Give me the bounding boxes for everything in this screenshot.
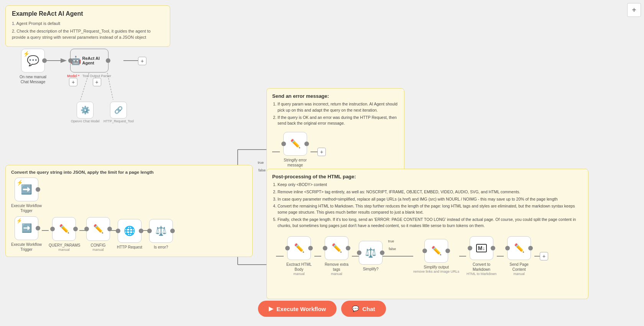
extract-html-box[interactable]: ✏️ — [287, 236, 311, 260]
qp-sublabel: manual — [58, 248, 70, 252]
bottom-buttons-bar: ▶ Execute Workflow 💬 Chat — [0, 301, 644, 317]
node-openai-chat-model: ⚙️ OpenAI Chat Model — [71, 102, 100, 123]
execute-workflow-button[interactable]: ▶ Execute Workflow — [258, 301, 337, 317]
inner-execute-right-connector — [36, 226, 40, 231]
pencil6-icon: ✏️ — [431, 246, 442, 256]
convert-left-connector — [468, 246, 472, 250]
workflow-title: Example ReAct AI Agent — [12, 10, 164, 17]
send-page-box[interactable]: ✏️ — [507, 236, 531, 260]
pencil7-icon: ✏️ — [514, 243, 524, 253]
agent-label-inner: ReAct AI Agent — [82, 56, 108, 65]
tool-output-plus-btn[interactable]: + — [93, 78, 101, 86]
remove-left-connector — [323, 246, 327, 250]
extract-html-label: Exctract HTML Body — [284, 262, 314, 272]
pp-line-6 — [497, 256, 504, 257]
config-sublabel: manual — [92, 248, 104, 252]
node-http-request-tool: 🔗 HTTP_Request_Tool — [104, 102, 134, 123]
send-page-sublabel: manual — [513, 272, 525, 276]
pp-line-3 — [352, 256, 359, 257]
node-query-params: ✏️ QUERY_PARAMS manual — [49, 217, 79, 252]
simplify-true-label: true — [388, 239, 394, 243]
config-label: CONFIG — [91, 243, 106, 248]
remove-extra-tags-box[interactable]: ✏️ — [325, 236, 348, 260]
chat-button[interactable]: 💬 Chat — [341, 301, 386, 317]
node-box-agent[interactable]: 🤖 ReAct AI Agent — [70, 49, 108, 72]
inner-execute-box[interactable]: ⚡ ➡️ — [15, 216, 38, 240]
lightning3-icon: ⚡ — [16, 218, 22, 224]
inner-execute-label: Execute Workflow Trigger — [11, 242, 42, 252]
node-execute-trigger-inner: ⚡ ➡️ Execute Workflow Trigger — [11, 216, 42, 252]
http-request-box[interactable]: 🌐 — [118, 219, 141, 243]
send-page-right-connector — [528, 246, 533, 250]
node-label-chat: On new manual Chat Message — [18, 74, 48, 84]
play-icon: ▶ — [269, 305, 273, 312]
title-box: Example ReAct AI Agent 1. Agent Prompt i… — [5, 5, 170, 47]
simplify-output-label: Simplify output — [424, 265, 449, 270]
corner-plus-btn[interactable]: + — [627, 3, 641, 17]
annotation-query-box: Convert the query string into JSON, appl… — [5, 165, 253, 257]
node-send-page-content: ✏️ Send Page Content manual — [504, 236, 534, 276]
pencil1-icon: ✏️ — [59, 224, 69, 234]
send-page-label: Send Page Content — [504, 262, 534, 272]
simplify-box[interactable]: ⚖️ — [359, 241, 383, 265]
simplify-false-label: false — [389, 247, 396, 251]
chat-button-label: Chat — [362, 306, 375, 312]
lightning2-icon: ⚡ — [16, 179, 23, 186]
remove-extra-tags-sublabel: manual — [331, 272, 342, 276]
config-box[interactable]: ✏️ — [86, 217, 110, 241]
pp-item-5: Finally, check the page length. If it's … — [278, 217, 583, 229]
qp-right-connector — [73, 227, 78, 231]
pencil2-icon: ✏️ — [93, 224, 104, 234]
arrow-right2-icon: ➡️ — [21, 223, 32, 233]
simplify-output-box[interactable]: ✏️ — [424, 239, 448, 263]
simplify-out-right-connector — [445, 249, 450, 253]
convert-markdown-box[interactable]: M↓ — [470, 236, 493, 260]
stringify-error-box[interactable]: ✏️ — [283, 132, 307, 156]
sub-node-label-openai: OpenAI Chat Model — [71, 119, 100, 123]
remove-right-connector — [346, 246, 350, 250]
extract-left-connector — [285, 246, 290, 250]
true-edge-label: true — [258, 161, 264, 165]
left-connector-agent — [68, 58, 73, 63]
annotation-error-list: If query param was incorrect, return the… — [272, 101, 399, 127]
qp-label: QUERY_PARAMS — [49, 243, 79, 248]
model-plus-btn[interactable]: + — [69, 78, 77, 86]
convert-markdown-label: Convert to Markdown — [466, 262, 497, 272]
node-is-error: ⚖️ Is error? true false — [149, 219, 173, 250]
pencil4-icon: ✏️ — [294, 243, 304, 253]
stringify-plus-btn[interactable]: + — [317, 148, 326, 156]
pp-line-1 — [276, 256, 284, 257]
config-right-connector — [107, 227, 112, 231]
config-left-connector — [84, 227, 89, 231]
convert-right-connector — [491, 246, 495, 250]
send-page-plus-btn[interactable]: + — [540, 252, 548, 260]
pencil3-icon: ✏️ — [290, 139, 301, 149]
annotation-error-box: Send an error message: If query param wa… — [266, 88, 404, 176]
sub-node-box-openai[interactable]: ⚙️ — [77, 102, 94, 119]
extract-right-connector — [308, 246, 313, 250]
pp-line-5 — [459, 256, 466, 257]
annotation-query-title: Convert the query string into JSON, appl… — [11, 170, 247, 175]
sub-node-box-http-tool[interactable]: 🔗 — [110, 102, 127, 119]
right-connector-agent — [106, 58, 110, 63]
workflow-description: 1. Agent Prompt is default 2. Check the … — [12, 20, 164, 41]
query-params-box[interactable]: ✏️ — [52, 217, 76, 241]
node-box-chat[interactable]: ⚡ 💬 — [21, 49, 45, 72]
node-box-execute[interactable]: ⚡ ➡️ — [15, 178, 38, 201]
remove-extra-tags-label: Remove extra tags — [321, 262, 352, 272]
simplify-label: Simplify? — [363, 267, 379, 272]
pp-line-4 — [383, 256, 413, 257]
annotation-postprocess-list: Keep only <BODY> content Remove inline <… — [272, 182, 583, 229]
is-error-box[interactable]: ⚖️ — [149, 219, 173, 243]
pp-item-3: In case query parameter method=simplifie… — [278, 196, 583, 203]
node-extract-html: ✏️ Exctract HTML Body manual — [284, 236, 314, 276]
pp-line-2 — [314, 256, 321, 257]
simplify-left-connector — [357, 250, 361, 255]
execute-right-connector — [36, 187, 40, 192]
node-react-ai-agent: 🤖 ReAct AI Agent Model * + Tool Output P… — [67, 49, 111, 86]
http-left-connector — [116, 229, 120, 233]
pp-item-4: Convert the remaining HTML to Markdown. … — [278, 203, 583, 216]
after-agent-plus-btn[interactable]: + — [138, 57, 146, 65]
openai-icon: ⚙️ — [80, 105, 90, 115]
qp-left-connector — [50, 227, 55, 231]
